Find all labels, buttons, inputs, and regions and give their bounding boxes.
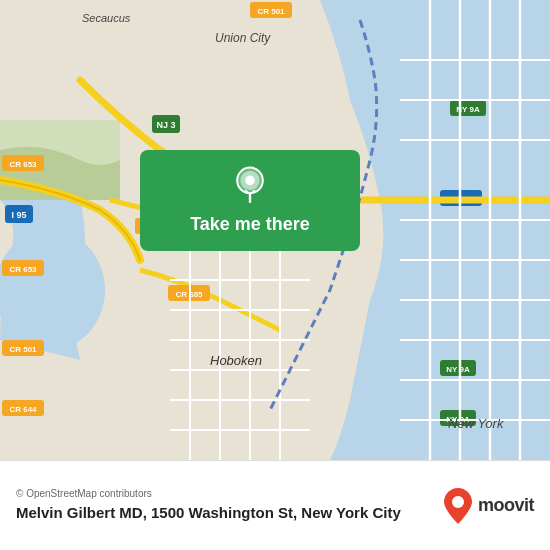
svg-text:Secaucus: Secaucus	[82, 12, 131, 24]
map-container: I 95 NJ 3 CR 681 CR 653 CR 653 CR 685 CR…	[0, 0, 550, 460]
svg-text:Union City: Union City	[215, 31, 271, 45]
svg-text:Hoboken: Hoboken	[210, 353, 262, 368]
svg-point-59	[245, 176, 255, 186]
moovit-logo: moovit	[444, 488, 534, 524]
moovit-brand-text: moovit	[478, 495, 534, 516]
button-label: Take me there	[190, 214, 310, 235]
svg-text:New York: New York	[448, 416, 505, 431]
svg-point-1	[0, 230, 105, 350]
location-info: © OpenStreetMap contributors Melvin Gilb…	[16, 488, 432, 523]
copyright-text: © OpenStreetMap contributors	[16, 488, 432, 499]
moovit-pin-icon	[444, 488, 472, 524]
location-pin-icon	[230, 166, 270, 206]
svg-text:CR 653: CR 653	[9, 265, 37, 274]
svg-text:NY 9A: NY 9A	[446, 365, 470, 374]
svg-text:CR 501: CR 501	[257, 7, 285, 16]
take-me-there-button[interactable]: Take me there	[140, 150, 360, 251]
info-bar: © OpenStreetMap contributors Melvin Gilb…	[0, 460, 550, 550]
button-overlay: Take me there	[140, 150, 360, 251]
svg-text:CR 644: CR 644	[9, 405, 37, 414]
svg-text:CR 653: CR 653	[9, 160, 37, 169]
svg-text:NJ 3: NJ 3	[156, 120, 175, 130]
svg-text:I 95: I 95	[11, 210, 26, 220]
svg-point-61	[452, 496, 464, 508]
location-name: Melvin Gilbert MD, 1500 Washington St, N…	[16, 503, 432, 523]
svg-text:CR 501: CR 501	[9, 345, 37, 354]
